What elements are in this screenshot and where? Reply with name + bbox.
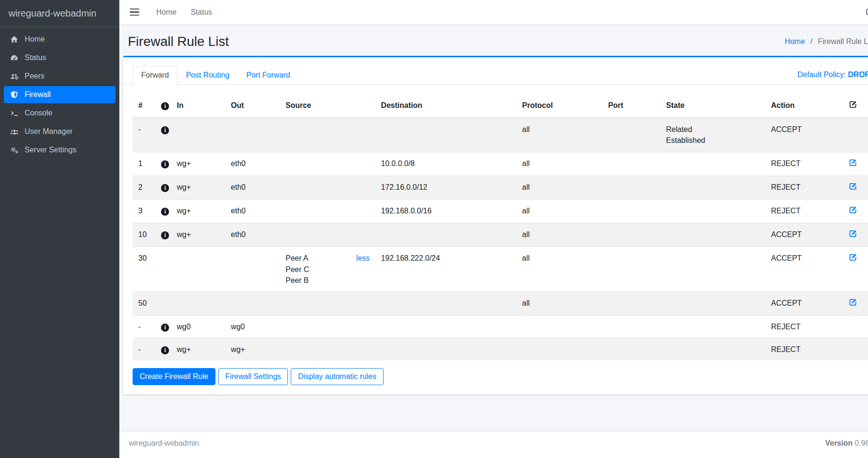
rule-edit-cell bbox=[843, 247, 868, 292]
sidebar-item-firewall[interactable]: Firewall bbox=[4, 86, 116, 103]
firewall-card: Forward Post Routing Port Forward Defaul… bbox=[123, 56, 868, 395]
rule-info-cell: i bbox=[155, 176, 171, 199]
info-icon[interactable]: i bbox=[161, 184, 169, 192]
rule-port-cell bbox=[602, 291, 660, 315]
source-peer: Peer A bbox=[286, 253, 308, 264]
edit-rule-icon[interactable] bbox=[849, 184, 858, 192]
info-icon[interactable]: i bbox=[161, 126, 169, 134]
rule-action-cell: ACCEPT bbox=[765, 223, 843, 247]
users-icon bbox=[9, 128, 19, 135]
rule-port-cell bbox=[602, 223, 660, 247]
rule-source-cell bbox=[280, 338, 376, 361]
navbar-link-status[interactable]: Status bbox=[191, 8, 212, 17]
rule-out-cell: eth0 bbox=[225, 176, 280, 199]
sidebar-item-status[interactable]: Status bbox=[4, 49, 116, 66]
rule-action-cell: REJECT bbox=[765, 176, 843, 199]
edit-rule-icon[interactable] bbox=[849, 208, 858, 216]
rule-out-cell bbox=[225, 291, 280, 315]
rule-state-cell bbox=[661, 291, 766, 315]
rule-info-cell: i bbox=[155, 338, 171, 361]
rule-state-cell: RelatedEstablished bbox=[661, 118, 766, 152]
brand-title[interactable]: wireguard-webadmin bbox=[0, 0, 119, 27]
rule-number-cell: 30 bbox=[133, 247, 155, 292]
edit-header-icon[interactable] bbox=[849, 102, 858, 110]
rule-out-cell bbox=[225, 118, 280, 152]
rule-source-cell bbox=[280, 223, 376, 247]
page-title: Firewall Rule List bbox=[128, 34, 229, 49]
breadcrumb: Home / Firewall Rule List bbox=[785, 37, 868, 46]
info-icon[interactable]: i bbox=[161, 160, 169, 168]
edit-rule-icon[interactable] bbox=[849, 231, 858, 239]
firewall-rule-row: 1iwg+eth010.0.0.0/8allREJECT bbox=[133, 152, 868, 176]
firewall-rule-row: -iallRelatedEstablishedACCEPT bbox=[133, 118, 868, 152]
rule-state-cell bbox=[661, 247, 766, 292]
gauge-icon bbox=[9, 54, 19, 62]
rule-in-cell: wg+ bbox=[171, 176, 225, 199]
edit-rule-icon[interactable] bbox=[849, 300, 858, 308]
navbar-link-home[interactable]: Home bbox=[156, 8, 177, 17]
sign-out-icon[interactable] bbox=[864, 8, 868, 18]
info-icon[interactable]: i bbox=[161, 208, 169, 216]
rule-protocol-cell: all bbox=[517, 223, 603, 247]
rule-out-cell bbox=[225, 247, 280, 292]
hamburger-icon[interactable] bbox=[130, 7, 139, 18]
default-policy-value: DROP bbox=[848, 70, 868, 79]
rule-port-cell bbox=[602, 338, 660, 361]
rule-info-cell: i bbox=[155, 223, 171, 247]
sidebar-nav: Home Status Peers Firewall Console User … bbox=[0, 27, 119, 164]
sidebar-item-label: Peers bbox=[25, 72, 45, 80]
edit-rule-icon[interactable] bbox=[849, 160, 858, 168]
rule-action-cell: ACCEPT bbox=[765, 247, 843, 292]
tab-forward[interactable]: Forward bbox=[133, 66, 178, 85]
tab-port-forward[interactable]: Port Forward bbox=[238, 66, 298, 85]
rule-edit-cell bbox=[843, 338, 868, 361]
rule-info-cell: i bbox=[155, 152, 171, 176]
firewall-rule-row: -iwg+wg+REJECT bbox=[133, 338, 868, 361]
info-icon[interactable]: i bbox=[161, 346, 169, 354]
footer-version: Version 0.960 bbox=[825, 439, 868, 450]
rule-action-cell: REJECT bbox=[765, 199, 843, 223]
rule-edit-cell bbox=[843, 316, 868, 338]
rule-info-cell: i bbox=[155, 199, 171, 223]
rule-action-cell: REJECT bbox=[765, 316, 843, 338]
sidebar-item-server-settings[interactable]: Server Settings bbox=[4, 141, 116, 159]
tab-post-routing[interactable]: Post Routing bbox=[178, 66, 238, 85]
rule-source-cell bbox=[280, 152, 376, 176]
sidebar-item-console[interactable]: Console bbox=[4, 105, 116, 122]
rule-destination-cell: 10.0.0.0/8 bbox=[376, 152, 517, 176]
breadcrumb-current: Firewall Rule List bbox=[818, 37, 868, 45]
rule-out-cell: eth0 bbox=[225, 199, 280, 223]
rule-in-cell: wg+ bbox=[171, 338, 225, 361]
table-header-row: # i In Out Source Destination Protocol P… bbox=[133, 94, 868, 118]
main-area: Home Status Firewall Rule List Home / Fi… bbox=[119, 0, 868, 458]
top-navbar: Home Status bbox=[119, 0, 868, 25]
edit-rule-icon[interactable] bbox=[849, 255, 858, 263]
rule-state-cell bbox=[661, 152, 766, 176]
rule-info-cell bbox=[155, 291, 171, 315]
rule-protocol-cell: all bbox=[517, 152, 603, 176]
sidebar-item-user-manager[interactable]: User Manager bbox=[4, 123, 116, 140]
rule-edit-cell bbox=[843, 223, 868, 247]
rule-state-cell bbox=[661, 223, 766, 247]
rule-number-cell: - bbox=[133, 118, 155, 152]
rule-in-cell bbox=[171, 247, 225, 292]
rule-destination-cell: 192.168.222.0/24 bbox=[376, 247, 517, 292]
breadcrumb-home-link[interactable]: Home bbox=[785, 37, 805, 45]
rule-in-cell bbox=[171, 118, 225, 152]
default-policy[interactable]: Default Policy: DROP bbox=[797, 70, 868, 79]
rule-protocol-cell: all bbox=[517, 176, 603, 199]
firewall-rule-row: -iwg0wg0REJECT bbox=[133, 316, 868, 338]
rule-source-cell bbox=[280, 316, 376, 338]
sidebar-item-home[interactable]: Home bbox=[4, 31, 116, 48]
rule-action-cell: ACCEPT bbox=[765, 291, 843, 315]
rule-state-cell bbox=[661, 338, 766, 361]
display-automatic-rules-button[interactable]: Display automatic rules bbox=[291, 368, 383, 385]
home-icon bbox=[9, 35, 19, 43]
rule-source-cell: Peer AlessPeer CPeer B bbox=[280, 247, 376, 292]
info-icon[interactable]: i bbox=[161, 231, 169, 239]
source-less-link[interactable]: less bbox=[356, 253, 369, 264]
info-icon[interactable]: i bbox=[161, 324, 169, 332]
create-firewall-rule-button[interactable]: Create Firewall Rule bbox=[133, 368, 215, 385]
firewall-settings-button[interactable]: Firewall Settings bbox=[218, 368, 288, 385]
sidebar-item-peers[interactable]: Peers bbox=[4, 68, 116, 85]
